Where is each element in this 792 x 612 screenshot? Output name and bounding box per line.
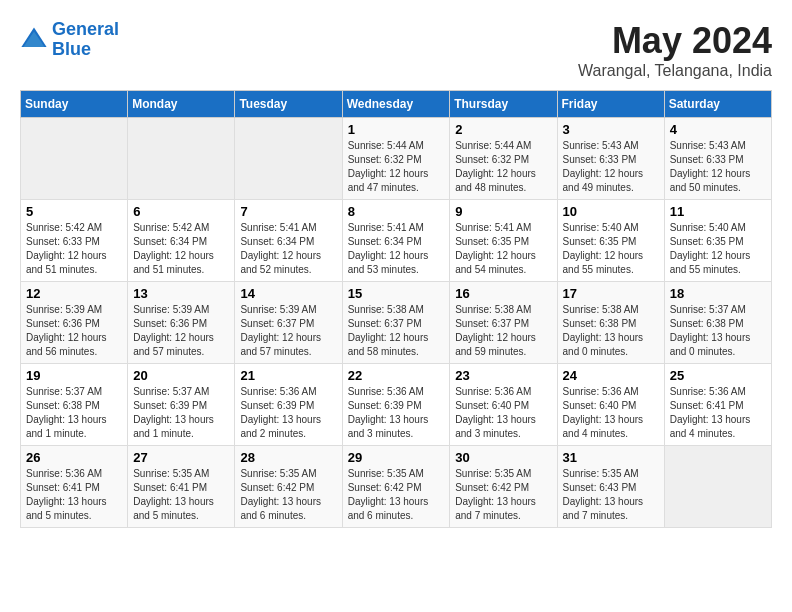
day-number: 23 bbox=[455, 368, 551, 383]
day-info: Sunrise: 5:40 AM Sunset: 6:35 PM Dayligh… bbox=[563, 221, 659, 277]
day-info: Sunrise: 5:37 AM Sunset: 6:38 PM Dayligh… bbox=[670, 303, 766, 359]
location: Warangal, Telangana, India bbox=[578, 62, 772, 80]
logo-line1: General bbox=[52, 19, 119, 39]
day-info: Sunrise: 5:39 AM Sunset: 6:36 PM Dayligh… bbox=[133, 303, 229, 359]
calendar-cell: 5Sunrise: 5:42 AM Sunset: 6:33 PM Daylig… bbox=[21, 200, 128, 282]
calendar-cell: 23Sunrise: 5:36 AM Sunset: 6:40 PM Dayli… bbox=[450, 364, 557, 446]
calendar-cell: 15Sunrise: 5:38 AM Sunset: 6:37 PM Dayli… bbox=[342, 282, 450, 364]
weekday-header: Friday bbox=[557, 91, 664, 118]
day-number: 25 bbox=[670, 368, 766, 383]
day-number: 1 bbox=[348, 122, 445, 137]
day-number: 8 bbox=[348, 204, 445, 219]
day-info: Sunrise: 5:36 AM Sunset: 6:39 PM Dayligh… bbox=[348, 385, 445, 441]
weekday-header: Monday bbox=[128, 91, 235, 118]
weekday-header: Tuesday bbox=[235, 91, 342, 118]
logo-line2: Blue bbox=[52, 39, 91, 59]
day-info: Sunrise: 5:40 AM Sunset: 6:35 PM Dayligh… bbox=[670, 221, 766, 277]
calendar-cell: 25Sunrise: 5:36 AM Sunset: 6:41 PM Dayli… bbox=[664, 364, 771, 446]
calendar-cell: 29Sunrise: 5:35 AM Sunset: 6:42 PM Dayli… bbox=[342, 446, 450, 528]
calendar-cell: 12Sunrise: 5:39 AM Sunset: 6:36 PM Dayli… bbox=[21, 282, 128, 364]
calendar-table: SundayMondayTuesdayWednesdayThursdayFrid… bbox=[20, 90, 772, 528]
calendar-cell bbox=[21, 118, 128, 200]
day-info: Sunrise: 5:44 AM Sunset: 6:32 PM Dayligh… bbox=[455, 139, 551, 195]
calendar-cell: 2Sunrise: 5:44 AM Sunset: 6:32 PM Daylig… bbox=[450, 118, 557, 200]
day-number: 3 bbox=[563, 122, 659, 137]
calendar-week-row: 26Sunrise: 5:36 AM Sunset: 6:41 PM Dayli… bbox=[21, 446, 772, 528]
calendar-cell: 26Sunrise: 5:36 AM Sunset: 6:41 PM Dayli… bbox=[21, 446, 128, 528]
day-info: Sunrise: 5:37 AM Sunset: 6:39 PM Dayligh… bbox=[133, 385, 229, 441]
calendar-cell: 3Sunrise: 5:43 AM Sunset: 6:33 PM Daylig… bbox=[557, 118, 664, 200]
day-info: Sunrise: 5:44 AM Sunset: 6:32 PM Dayligh… bbox=[348, 139, 445, 195]
calendar-cell: 22Sunrise: 5:36 AM Sunset: 6:39 PM Dayli… bbox=[342, 364, 450, 446]
day-number: 15 bbox=[348, 286, 445, 301]
calendar-cell: 4Sunrise: 5:43 AM Sunset: 6:33 PM Daylig… bbox=[664, 118, 771, 200]
day-number: 29 bbox=[348, 450, 445, 465]
day-number: 11 bbox=[670, 204, 766, 219]
day-number: 31 bbox=[563, 450, 659, 465]
day-number: 19 bbox=[26, 368, 122, 383]
day-number: 22 bbox=[348, 368, 445, 383]
day-number: 21 bbox=[240, 368, 336, 383]
day-number: 27 bbox=[133, 450, 229, 465]
logo: General Blue bbox=[20, 20, 119, 60]
calendar-cell: 30Sunrise: 5:35 AM Sunset: 6:42 PM Dayli… bbox=[450, 446, 557, 528]
calendar-cell: 18Sunrise: 5:37 AM Sunset: 6:38 PM Dayli… bbox=[664, 282, 771, 364]
day-number: 6 bbox=[133, 204, 229, 219]
calendar-cell: 17Sunrise: 5:38 AM Sunset: 6:38 PM Dayli… bbox=[557, 282, 664, 364]
day-number: 16 bbox=[455, 286, 551, 301]
calendar-cell: 13Sunrise: 5:39 AM Sunset: 6:36 PM Dayli… bbox=[128, 282, 235, 364]
weekday-header: Saturday bbox=[664, 91, 771, 118]
day-info: Sunrise: 5:35 AM Sunset: 6:43 PM Dayligh… bbox=[563, 467, 659, 523]
day-info: Sunrise: 5:36 AM Sunset: 6:41 PM Dayligh… bbox=[670, 385, 766, 441]
day-number: 18 bbox=[670, 286, 766, 301]
title-area: May 2024 Warangal, Telangana, India bbox=[578, 20, 772, 80]
day-number: 2 bbox=[455, 122, 551, 137]
weekday-header-row: SundayMondayTuesdayWednesdayThursdayFrid… bbox=[21, 91, 772, 118]
day-info: Sunrise: 5:39 AM Sunset: 6:36 PM Dayligh… bbox=[26, 303, 122, 359]
day-info: Sunrise: 5:41 AM Sunset: 6:35 PM Dayligh… bbox=[455, 221, 551, 277]
weekday-header: Wednesday bbox=[342, 91, 450, 118]
day-number: 7 bbox=[240, 204, 336, 219]
day-info: Sunrise: 5:35 AM Sunset: 6:42 PM Dayligh… bbox=[348, 467, 445, 523]
day-info: Sunrise: 5:42 AM Sunset: 6:33 PM Dayligh… bbox=[26, 221, 122, 277]
day-info: Sunrise: 5:41 AM Sunset: 6:34 PM Dayligh… bbox=[240, 221, 336, 277]
calendar-cell: 11Sunrise: 5:40 AM Sunset: 6:35 PM Dayli… bbox=[664, 200, 771, 282]
calendar-cell: 9Sunrise: 5:41 AM Sunset: 6:35 PM Daylig… bbox=[450, 200, 557, 282]
logo-text: General Blue bbox=[52, 20, 119, 60]
logo-icon bbox=[20, 26, 48, 54]
calendar-week-row: 5Sunrise: 5:42 AM Sunset: 6:33 PM Daylig… bbox=[21, 200, 772, 282]
calendar-cell bbox=[128, 118, 235, 200]
day-info: Sunrise: 5:36 AM Sunset: 6:40 PM Dayligh… bbox=[455, 385, 551, 441]
day-number: 20 bbox=[133, 368, 229, 383]
calendar-cell: 27Sunrise: 5:35 AM Sunset: 6:41 PM Dayli… bbox=[128, 446, 235, 528]
day-number: 17 bbox=[563, 286, 659, 301]
weekday-header: Sunday bbox=[21, 91, 128, 118]
weekday-header: Thursday bbox=[450, 91, 557, 118]
calendar-cell: 20Sunrise: 5:37 AM Sunset: 6:39 PM Dayli… bbox=[128, 364, 235, 446]
calendar-cell: 6Sunrise: 5:42 AM Sunset: 6:34 PM Daylig… bbox=[128, 200, 235, 282]
day-info: Sunrise: 5:39 AM Sunset: 6:37 PM Dayligh… bbox=[240, 303, 336, 359]
day-number: 13 bbox=[133, 286, 229, 301]
calendar-cell: 24Sunrise: 5:36 AM Sunset: 6:40 PM Dayli… bbox=[557, 364, 664, 446]
page-header: General Blue May 2024 Warangal, Telangan… bbox=[20, 20, 772, 80]
day-info: Sunrise: 5:35 AM Sunset: 6:41 PM Dayligh… bbox=[133, 467, 229, 523]
day-number: 30 bbox=[455, 450, 551, 465]
calendar-cell: 8Sunrise: 5:41 AM Sunset: 6:34 PM Daylig… bbox=[342, 200, 450, 282]
calendar-cell: 7Sunrise: 5:41 AM Sunset: 6:34 PM Daylig… bbox=[235, 200, 342, 282]
day-number: 5 bbox=[26, 204, 122, 219]
day-number: 10 bbox=[563, 204, 659, 219]
day-number: 14 bbox=[240, 286, 336, 301]
day-info: Sunrise: 5:41 AM Sunset: 6:34 PM Dayligh… bbox=[348, 221, 445, 277]
day-info: Sunrise: 5:38 AM Sunset: 6:37 PM Dayligh… bbox=[348, 303, 445, 359]
calendar-cell bbox=[235, 118, 342, 200]
day-number: 12 bbox=[26, 286, 122, 301]
day-number: 28 bbox=[240, 450, 336, 465]
day-info: Sunrise: 5:36 AM Sunset: 6:40 PM Dayligh… bbox=[563, 385, 659, 441]
day-number: 4 bbox=[670, 122, 766, 137]
calendar-cell bbox=[664, 446, 771, 528]
calendar-cell: 31Sunrise: 5:35 AM Sunset: 6:43 PM Dayli… bbox=[557, 446, 664, 528]
day-info: Sunrise: 5:43 AM Sunset: 6:33 PM Dayligh… bbox=[670, 139, 766, 195]
day-info: Sunrise: 5:35 AM Sunset: 6:42 PM Dayligh… bbox=[455, 467, 551, 523]
calendar-week-row: 12Sunrise: 5:39 AM Sunset: 6:36 PM Dayli… bbox=[21, 282, 772, 364]
calendar-cell: 19Sunrise: 5:37 AM Sunset: 6:38 PM Dayli… bbox=[21, 364, 128, 446]
